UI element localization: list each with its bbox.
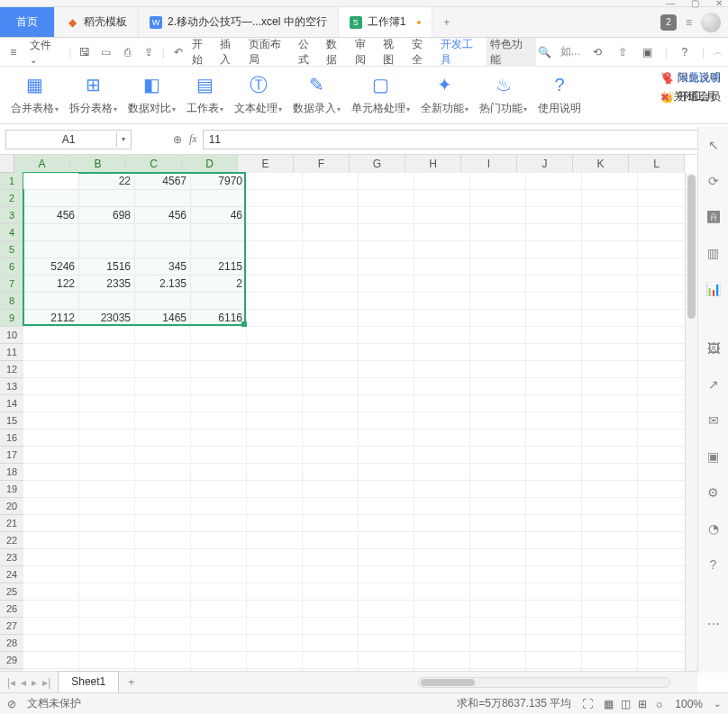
cell[interactable] [79,190,135,207]
cell[interactable] [470,293,526,310]
cell[interactable] [526,276,582,293]
cell[interactable] [526,412,582,429]
cell[interactable] [526,549,582,566]
cell[interactable] [135,481,191,498]
cell[interactable]: 1516 [79,258,135,276]
cell[interactable] [414,327,470,344]
ribbon-tab-7[interactable]: 安全 [408,38,437,67]
cell[interactable] [359,344,414,361]
cell[interactable] [135,652,191,669]
cell[interactable] [414,635,470,652]
cell[interactable] [526,207,582,224]
cell[interactable] [247,361,303,378]
cell[interactable]: 46 [191,207,247,224]
sync-icon[interactable]: ⟲ [589,44,605,60]
cell[interactable]: 2 [191,276,247,293]
cell[interactable] [79,549,135,566]
ribbon-tab-9[interactable]: 特色功能 [487,38,536,67]
cell[interactable] [414,344,470,361]
cell[interactable] [359,276,414,293]
cell[interactable] [526,190,582,207]
save-icon[interactable]: 🖫 [77,44,93,60]
ribbon-group-3[interactable]: ▤工作表▾ [181,70,229,123]
cell[interactable] [470,173,526,190]
cell[interactable] [23,412,79,429]
row-header-2[interactable]: 2 [0,190,23,207]
cell[interactable] [359,224,414,241]
cell[interactable] [582,224,638,241]
cell[interactable] [135,327,191,344]
feedback-link[interactable]: ❓问题反馈 [660,70,721,86]
ribbon-tab-5[interactable]: 审阅 [351,38,380,67]
side-envelope-icon[interactable]: ✉ [704,411,723,430]
ribbon-tab-8[interactable]: 开发工具 [437,38,487,67]
cell[interactable] [247,344,303,361]
cell[interactable] [303,464,359,481]
cell[interactable] [414,532,470,549]
cell[interactable] [414,190,470,207]
cell[interactable] [191,190,247,207]
col-header-G[interactable]: G [350,155,405,173]
cell[interactable] [23,566,79,583]
cell[interactable] [303,498,359,515]
cell[interactable] [470,601,526,618]
cell[interactable]: 122 [23,276,79,293]
cell[interactable] [359,258,414,276]
side-image2-icon[interactable]: ▣ [704,447,723,466]
cell[interactable] [135,566,191,583]
row-header-4[interactable]: 4 [0,224,23,241]
cell[interactable] [582,652,638,669]
cell[interactable] [79,532,135,549]
cell[interactable] [191,361,247,378]
cell[interactable] [303,241,359,258]
cell[interactable] [526,310,582,327]
sheet-next-icon[interactable]: ▸ [32,676,37,689]
side-gear-icon[interactable]: ⚙ [704,483,723,502]
cell[interactable]: 4567 [135,173,191,190]
cell[interactable] [359,241,414,258]
cell[interactable] [414,481,470,498]
cell[interactable] [303,429,359,447]
cell[interactable] [470,344,526,361]
cell[interactable] [359,378,414,395]
row-header-6[interactable]: 6 [0,258,23,276]
cell[interactable] [470,207,526,224]
ribbon-group-6[interactable]: ▢单元格处理▾ [346,70,415,123]
cell[interactable] [359,532,414,549]
cell[interactable] [79,378,135,395]
cell[interactable] [23,601,79,618]
ribbon-tab-1[interactable]: 插入 [216,38,245,67]
upload-icon[interactable]: ⇧ [614,44,631,60]
cell[interactable] [414,224,470,241]
cell[interactable] [414,207,470,224]
cell[interactable] [414,378,470,395]
cell[interactable] [191,652,247,669]
cell[interactable] [135,635,191,652]
cell[interactable] [23,549,79,566]
cell[interactable] [135,241,191,258]
cell[interactable] [582,258,638,276]
cell[interactable] [79,635,135,652]
row-header-18[interactable]: 18 [0,464,23,481]
side-bars-icon[interactable]: ▥ [704,243,723,263]
row-header-24[interactable]: 24 [0,566,23,583]
cell[interactable] [247,583,303,601]
cell[interactable] [582,601,638,618]
cell[interactable] [470,515,526,532]
cell[interactable] [135,498,191,515]
cell[interactable] [414,601,470,618]
cell[interactable] [470,276,526,293]
cell[interactable] [135,429,191,447]
cell[interactable] [79,412,135,429]
cell[interactable] [582,412,638,429]
cell[interactable] [79,601,135,618]
close-tools-link[interactable]: ✖关闭工具 [660,89,716,104]
cell[interactable] [23,241,79,258]
row-header-17[interactable]: 17 [0,447,23,464]
cell[interactable] [79,344,135,361]
cell[interactable] [303,258,359,276]
cell[interactable] [582,447,638,464]
cell[interactable] [135,515,191,532]
cell[interactable] [191,344,247,361]
vertical-scroll-thumb[interactable] [687,175,696,319]
